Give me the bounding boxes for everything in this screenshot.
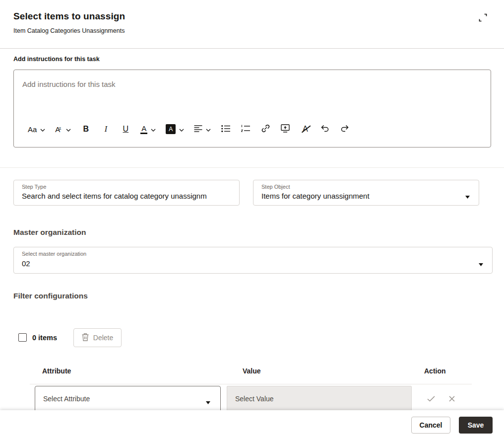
bullet-list-icon [221, 125, 230, 134]
font-family-dropdown[interactable]: Aa [28, 123, 45, 135]
link-icon [261, 124, 270, 134]
numbered-list-button[interactable] [241, 123, 251, 135]
close-icon [449, 396, 455, 403]
attribute-select[interactable]: Select Attribute [35, 386, 221, 414]
chevron-down-icon [151, 126, 156, 133]
font-family-icon: Aa [28, 125, 37, 134]
section-divider [0, 167, 504, 168]
master-organization-heading: Master organization [13, 228, 86, 237]
text-color-icon: A [140, 125, 147, 134]
save-button[interactable]: Save [459, 417, 493, 434]
numbered-list-icon [241, 125, 250, 134]
master-organization-select[interactable]: Select master organization 02 [13, 247, 493, 274]
chevron-down-icon [206, 126, 211, 133]
clear-formatting-button[interactable]: A [300, 123, 310, 135]
step-object-select[interactable]: Step Object Items for category unassignm… [253, 180, 479, 206]
step-object-label: Step Object [261, 184, 290, 190]
value-select-placeholder: Select Value [235, 395, 274, 403]
expand-button[interactable] [476, 12, 489, 25]
cancel-row-button[interactable] [446, 394, 457, 405]
dropdown-arrow-icon [206, 397, 210, 406]
font-size-icon: A± [55, 125, 63, 134]
check-icon [427, 396, 435, 403]
instructions-editor[interactable]: Add instructions for this task Aa A± B I… [13, 70, 491, 147]
editor-toolbar: Aa A± B I U A A [28, 123, 350, 135]
selection-count: 0 items [32, 334, 57, 342]
embed-media-button[interactable] [280, 123, 290, 135]
underline-icon: U [123, 125, 129, 134]
instructions-label: Add instructions for this task [13, 56, 100, 63]
font-size-dropdown[interactable]: A± [55, 123, 71, 135]
align-left-icon [194, 125, 202, 134]
header-divider [0, 48, 504, 49]
bold-button[interactable]: B [81, 123, 91, 135]
filter-configurations-heading: Filter configurations [13, 292, 88, 300]
redo-button[interactable] [340, 123, 350, 135]
trash-icon [82, 333, 89, 343]
clear-formatting-icon: A [303, 125, 308, 134]
instructions-placeholder: Add instructions for this task [22, 80, 116, 88]
step-type-value: Search and select items for catalog cate… [22, 192, 235, 200]
link-button[interactable] [260, 123, 270, 135]
chevron-down-icon [66, 126, 71, 133]
bold-icon: B [83, 125, 89, 134]
undo-button[interactable] [320, 123, 330, 135]
highlight-icon: A [166, 124, 176, 134]
master-organization-value: 02 [22, 259, 475, 268]
underline-button[interactable]: U [121, 123, 130, 135]
align-dropdown[interactable] [194, 123, 211, 135]
unassign-task-panel: Select items to unassign Item Catalog Ca… [0, 0, 504, 440]
bullet-list-button[interactable] [221, 123, 231, 135]
dropdown-arrow-icon [465, 192, 470, 201]
step-type-field: Step Type Search and select items for ca… [13, 180, 240, 206]
step-object-value: Items for category unassignment [261, 192, 462, 200]
attribute-select-placeholder: Select Attribute [43, 395, 90, 403]
italic-button[interactable]: I [101, 123, 111, 135]
column-header-action: Action [424, 367, 446, 375]
select-all-checkbox[interactable] [18, 333, 27, 342]
undo-icon [320, 125, 330, 134]
page-title: Select items to unassign [13, 11, 125, 22]
cancel-button[interactable]: Cancel [411, 417, 450, 434]
italic-icon: I [105, 125, 107, 134]
chevron-down-icon [40, 126, 45, 133]
redo-icon [340, 125, 350, 134]
value-select: Select Value [227, 386, 412, 414]
master-organization-label: Select master organization [22, 251, 86, 257]
highlight-color-dropdown[interactable]: A [166, 123, 184, 135]
dropdown-arrow-icon [479, 259, 483, 268]
confirm-row-button[interactable] [426, 394, 437, 405]
table-row-divider [30, 384, 472, 384]
delete-button-label: Delete [93, 334, 113, 342]
page-subtitle: Item Catalog Categories Unassignments [13, 27, 125, 34]
column-header-attribute: Attribute [42, 367, 71, 375]
column-header-value: Value [243, 367, 261, 375]
expand-icon [478, 13, 488, 24]
footer-bar: Cancel Save [0, 410, 504, 440]
delete-button[interactable]: Delete [73, 328, 122, 347]
text-color-dropdown[interactable]: A [140, 123, 156, 135]
embed-media-icon [281, 124, 290, 134]
step-type-label: Step Type [22, 184, 46, 190]
chevron-down-icon [179, 126, 184, 133]
